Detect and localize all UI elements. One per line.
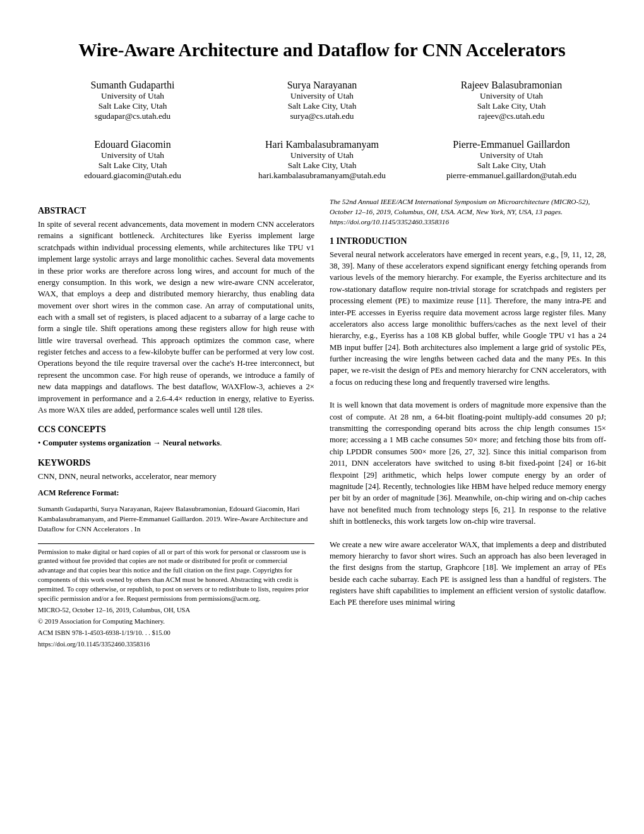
intro-title: 1 INTRODUCTION xyxy=(330,236,606,246)
author-5-name: Hari Kambalasubramanyam xyxy=(265,139,379,150)
abstract-body: In spite of several recent advancements,… xyxy=(38,219,314,416)
ccs-title: CCS CONCEPTS xyxy=(38,425,314,435)
author-1-name: Sumanth Gudaparthi xyxy=(91,80,175,91)
footer-permissions: Permission to make digital or hard copie… xyxy=(38,543,314,650)
abstract-title: ABSTRACT xyxy=(38,206,314,216)
author-1: Sumanth Gudaparthi University of Utah Sa… xyxy=(38,80,227,121)
author-2-affiliation: University of Utah xyxy=(290,91,354,101)
authors-row1: Sumanth Gudaparthi University of Utah Sa… xyxy=(38,80,606,128)
author-5-email: hari.kambalasubramanyam@utah.edu xyxy=(258,171,386,181)
author-5-affiliation: University of Utah xyxy=(290,150,354,160)
footer-conf: MICRO-52, October 12–16, 2019, Columbus,… xyxy=(38,606,314,615)
author-3-name: Rajeev Balasubramonian xyxy=(461,80,562,91)
author-4-location: Salt Lake City, Utah xyxy=(98,160,167,171)
footer-isbn: ACM ISBN 978-1-4503-6938-1/19/10. . . $1… xyxy=(38,629,314,638)
author-4-name: Edouard Giacomin xyxy=(94,139,170,150)
author-5: Hari Kambalasubramanyam University of Ut… xyxy=(227,139,417,181)
author-1-email: sgudapar@cs.utah.edu xyxy=(95,111,170,121)
main-content: ABSTRACT In spite of several recent adva… xyxy=(38,197,606,651)
authors-row2: Edouard Giacomin University of Utah Salt… xyxy=(38,139,606,187)
keywords-title: KEYWORDS xyxy=(38,458,314,468)
author-6: Pierre-Emmanuel Gaillardon University of… xyxy=(417,139,606,181)
author-6-email: pierre-emmanuel.gaillardon@utah.edu xyxy=(446,171,576,181)
author-2: Surya Narayanan University of Utah Salt … xyxy=(227,80,417,121)
author-6-name: Pierre-Emmanuel Gaillardon xyxy=(453,139,569,150)
author-1-affiliation: University of Utah xyxy=(101,91,164,101)
author-3-email: rajeev@cs.utah.edu xyxy=(479,111,545,121)
author-2-location: Salt Lake City, Utah xyxy=(288,101,357,111)
keywords-body: CNN, DNN, neural networks, accelerator, … xyxy=(38,471,314,482)
acm-ref-body: Sumanth Gudaparthi, Surya Narayanan, Raj… xyxy=(38,504,314,535)
paper-title: Wire-Aware Architecture and Dataflow for… xyxy=(38,38,606,62)
footer-doi: https://doi.org/10.1145/3352460.3358316 xyxy=(38,640,314,650)
author-4-email: edouard.giacomin@utah.edu xyxy=(84,171,181,181)
author-3: Rajeev Balasubramonian University of Uta… xyxy=(417,80,606,121)
acm-ref-title: ACM Reference Format: xyxy=(38,488,314,498)
author-3-location: Salt Lake City, Utah xyxy=(477,101,546,111)
author-4: Edouard Giacomin University of Utah Salt… xyxy=(38,139,227,181)
ccs-body: • Computer systems organization → Neural… xyxy=(38,437,314,449)
left-column: ABSTRACT In spite of several recent adva… xyxy=(38,197,314,651)
intro-body: Several neural network accelerators have… xyxy=(330,249,606,608)
author-2-email: surya@cs.utah.edu xyxy=(290,111,354,121)
author-1-location: Salt Lake City, Utah xyxy=(98,101,167,111)
author-6-affiliation: University of Utah xyxy=(480,150,543,160)
author-3-affiliation: University of Utah xyxy=(480,91,543,101)
author-4-affiliation: University of Utah xyxy=(101,150,164,160)
footer-permission-text: Permission to make digital or hard copie… xyxy=(38,548,314,605)
venue-note: The 52nd Annual IEEE/ACM International S… xyxy=(330,197,606,227)
author-2-name: Surya Narayanan xyxy=(287,80,357,91)
right-column: The 52nd Annual IEEE/ACM International S… xyxy=(330,197,606,651)
author-5-location: Salt Lake City, Utah xyxy=(288,160,357,171)
author-6-location: Salt Lake City, Utah xyxy=(477,160,546,171)
footer-copyright: © 2019 Association for Computing Machine… xyxy=(38,617,314,627)
